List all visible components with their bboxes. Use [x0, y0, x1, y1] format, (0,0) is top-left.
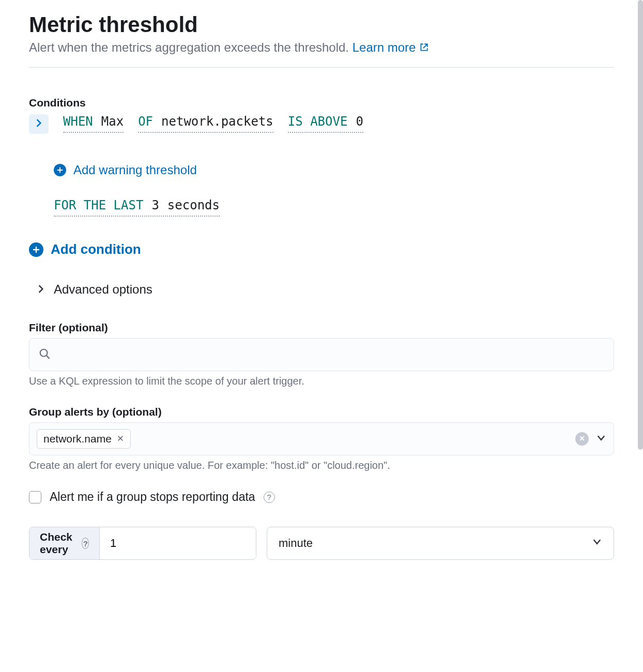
filter-label: Filter (optional)	[29, 322, 614, 334]
add-condition-label: Add condition	[51, 241, 141, 257]
page-title: Metric threshold	[29, 12, 614, 37]
of-expression[interactable]: OF network.packets	[138, 114, 273, 133]
filter-input-wrapper[interactable]	[29, 338, 614, 371]
for-the-last-keyword: FOR THE LAST	[54, 198, 143, 212]
is-above-keyword: IS ABOVE	[288, 114, 348, 129]
check-every-value-field: Check every ?	[29, 527, 256, 560]
group-by-label: Group alerts by (optional)	[29, 406, 614, 418]
filter-input[interactable]	[57, 347, 604, 362]
check-every-label: Check every	[40, 531, 76, 556]
alert-stop-reporting-label: Alert me if a group stops reporting data	[50, 490, 255, 504]
chevron-right-icon	[34, 118, 43, 130]
help-icon[interactable]: ?	[82, 538, 89, 549]
for-the-last-value: 3	[151, 198, 159, 212]
svg-point-0	[40, 349, 48, 357]
is-above-expression[interactable]: IS ABOVE 0	[288, 114, 363, 133]
filter-help: Use a KQL expression to limit the scope …	[29, 375, 614, 387]
advanced-options-toggle[interactable]: Advanced options	[29, 282, 614, 297]
subtitle-text: Alert when the metrics aggregation excee…	[29, 40, 353, 54]
chevron-right-icon	[36, 282, 45, 297]
of-value: network.packets	[161, 114, 273, 129]
close-icon	[579, 434, 585, 444]
page-subtitle: Alert when the metrics aggregation excee…	[29, 40, 614, 55]
for-the-last-expression[interactable]: FOR THE LAST 3 seconds	[54, 198, 220, 217]
learn-more-link[interactable]: Learn more	[353, 40, 428, 54]
conditions-label: Conditions	[29, 97, 614, 109]
is-above-value: 0	[356, 114, 363, 129]
when-expression[interactable]: WHEN Max	[63, 114, 124, 133]
group-by-combobox[interactable]: network.name	[29, 422, 614, 455]
remove-token-button[interactable]	[117, 434, 124, 445]
plus-circle-icon	[29, 242, 43, 257]
check-every-value-input[interactable]	[100, 527, 256, 559]
learn-more-label: Learn more	[353, 40, 416, 54]
help-icon[interactable]: ?	[264, 492, 275, 503]
chevron-down-icon	[592, 537, 602, 550]
external-link-icon	[419, 40, 428, 54]
dropdown-toggle[interactable]	[596, 433, 606, 445]
chevron-down-icon	[596, 436, 606, 445]
check-every-unit-value: minute	[279, 537, 313, 550]
add-warning-threshold-button[interactable]: Add warning threshold	[54, 163, 197, 177]
add-condition-button[interactable]: Add condition	[29, 241, 614, 257]
divider	[29, 67, 614, 68]
plus-circle-icon	[54, 164, 66, 176]
for-the-last-unit: seconds	[167, 198, 220, 212]
of-keyword: OF	[138, 114, 153, 129]
search-icon	[39, 348, 50, 361]
group-by-token-label: network.name	[43, 433, 112, 445]
when-keyword: WHEN	[63, 114, 93, 129]
add-warning-threshold-label: Add warning threshold	[73, 163, 197, 177]
alert-stop-reporting-checkbox[interactable]	[29, 491, 41, 503]
group-by-help: Create an alert for every unique value. …	[29, 460, 614, 471]
advanced-options-label: Advanced options	[54, 282, 152, 297]
group-by-token: network.name	[37, 429, 131, 449]
collapse-condition-button[interactable]	[29, 114, 49, 134]
when-value: Max	[101, 114, 124, 129]
check-every-prefix: Check every ?	[29, 527, 100, 559]
check-every-unit-select[interactable]: minute	[267, 527, 614, 560]
clear-all-button[interactable]	[575, 432, 589, 446]
